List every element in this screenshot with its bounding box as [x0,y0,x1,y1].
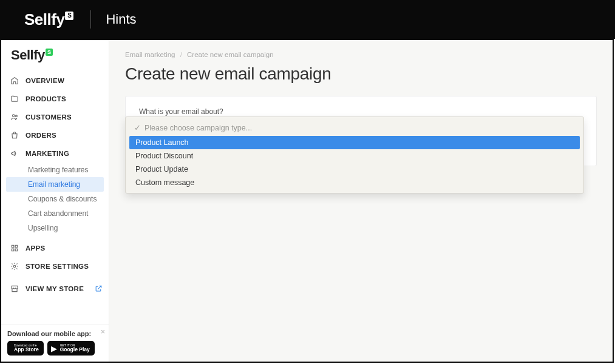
nav-view-store[interactable]: VIEW MY STORE [1,279,109,298]
campaign-type-dropdown: ✓ Please choose campaign type... Product… [125,116,584,194]
svg-point-1 [15,115,17,117]
nav-marketing[interactable]: MARKETING [1,144,109,163]
sidebar: SellfyS OVERVIEW PRODUCTS CUSTOMERS ORDE… [1,40,109,362]
store-badges: Download on theApp Store ▶ GET IT ONGoog… [7,341,103,356]
google-play-badge[interactable]: ▶ GET IT ONGoogle Play [47,341,95,356]
svg-point-6 [13,265,16,268]
nav-coupons[interactable]: Coupons & discounts [1,192,109,206]
main-content: Email marketing / Create new email campa… [109,40,613,362]
nav-label: CUSTOMERS [25,113,72,121]
svg-rect-2 [12,245,14,248]
banner-title: Hints [106,12,136,27]
nav-email-marketing[interactable]: Email marketing [6,177,104,192]
nav-marketing-features[interactable]: Marketing features [1,163,109,177]
page-title: Create new email campaign [125,64,597,84]
users-icon [10,112,19,122]
sidebar-logo[interactable]: SellfyS [1,40,109,68]
option-product-launch[interactable]: Product Launch [129,136,580,149]
nav-apps[interactable]: APPS [1,239,109,257]
nav-orders[interactable]: ORDERS [1,126,109,144]
megaphone-icon [10,149,19,158]
nav-cart-abandonment[interactable]: Cart abandonment [1,206,109,221]
nav-label: PRODUCTS [25,95,66,103]
breadcrumb-parent[interactable]: Email marketing [125,51,175,58]
banner-logo: SellfyS [24,10,83,29]
mobile-app-promo: × Download our mobile app: Download on t… [1,325,109,362]
external-link-icon [95,285,103,294]
home-icon [10,76,19,86]
folder-icon [10,94,19,104]
store-icon [10,284,19,294]
nav-products[interactable]: PRODUCTS [1,90,109,108]
option-product-discount[interactable]: Product Discount [129,149,580,163]
nav-label: OVERVIEW [25,77,64,84]
breadcrumb: Email marketing / Create new email campa… [125,51,597,58]
play-icon: ▶ [51,345,57,352]
nav-label: MARKETING [25,150,69,157]
nav-store-settings[interactable]: STORE SETTINGS [1,257,109,275]
svg-rect-4 [12,249,14,251]
nav-label: ORDERS [25,132,56,139]
bag-icon [10,130,19,140]
gear-icon [10,261,19,271]
nav-customers[interactable]: CUSTOMERS [1,108,109,126]
nav-label: STORE SETTINGS [25,263,89,270]
breadcrumb-current: Create new email campaign [187,51,274,58]
option-custom-message[interactable]: Custom message [129,176,580,189]
promo-text: Download our mobile app: [7,330,103,337]
field-label: What is your email about? [139,107,583,116]
svg-rect-5 [15,249,18,251]
app-frame: SellfyS OVERVIEW PRODUCTS CUSTOMERS ORDE… [0,39,614,363]
top-banner: SellfyS Hints [0,0,615,39]
breadcrumb-sep: / [180,51,182,58]
option-product-update[interactable]: Product Update [129,163,580,176]
app-store-badge[interactable]: Download on theApp Store [7,341,44,356]
close-icon[interactable]: × [101,328,105,336]
svg-rect-3 [15,245,18,248]
sidebar-nav: OVERVIEW PRODUCTS CUSTOMERS ORDERS MARKE… [1,68,109,298]
banner-divider [90,10,91,29]
nav-label: VIEW MY STORE [25,285,84,292]
nav-upselling[interactable]: Upselling [1,221,109,235]
check-icon: ✓ [134,123,141,132]
apps-icon [10,243,19,253]
nav-label: APPS [25,244,46,252]
svg-point-0 [13,115,15,117]
nav-overview[interactable]: OVERVIEW [1,72,109,90]
dropdown-placeholder: ✓ Please choose campaign type... [129,121,580,136]
